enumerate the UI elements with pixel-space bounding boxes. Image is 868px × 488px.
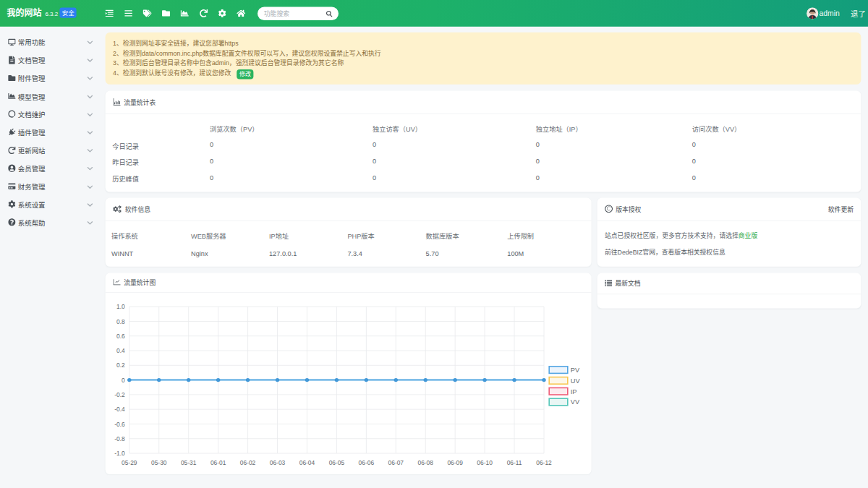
svg-text:0.4: 0.4 (116, 347, 125, 354)
svg-text:0.8: 0.8 (116, 318, 125, 325)
svg-text:06-12: 06-12 (536, 459, 552, 466)
svg-text:-0.6: -0.6 (114, 421, 125, 428)
svg-text:0.2: 0.2 (116, 361, 125, 369)
svg-text:06-09: 06-09 (447, 459, 463, 466)
svg-text:UV: UV (571, 377, 581, 385)
svg-text:06-01: 06-01 (210, 459, 226, 466)
svg-text:1.0: 1.0 (116, 303, 125, 310)
svg-text:-0.4: -0.4 (114, 406, 125, 413)
svg-text:06-02: 06-02 (240, 459, 256, 466)
svg-text:05-29: 05-29 (122, 459, 137, 466)
svg-text:05-30: 05-30 (151, 459, 167, 466)
svg-text:06-05: 06-05 (329, 459, 345, 466)
svg-text:06-11: 06-11 (507, 459, 522, 466)
svg-text:06-10: 06-10 (477, 459, 493, 466)
svg-text:-1.0: -1.0 (114, 450, 125, 457)
svg-text:0.6: 0.6 (116, 333, 125, 340)
svg-text:VV: VV (571, 398, 580, 406)
svg-text:-0.8: -0.8 (114, 435, 125, 442)
svg-text:06-06: 06-06 (359, 459, 375, 466)
svg-text:PV: PV (571, 367, 580, 374)
svg-text:05-31: 05-31 (181, 459, 197, 466)
svg-text:IP: IP (571, 388, 577, 395)
svg-text:06-08: 06-08 (417, 459, 433, 466)
svg-text:-0.2: -0.2 (114, 391, 125, 398)
svg-text:06-04: 06-04 (299, 459, 315, 466)
svg-text:0: 0 (122, 377, 125, 384)
svg-text:06-03: 06-03 (270, 459, 286, 466)
svg-text:06-07: 06-07 (388, 459, 404, 466)
